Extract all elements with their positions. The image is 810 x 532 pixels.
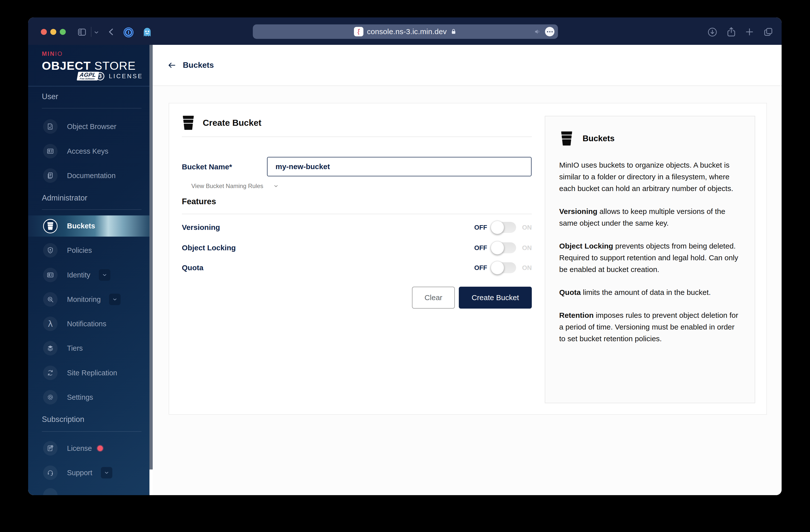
license-doc-icon	[43, 441, 58, 455]
sidebar-item-documentation[interactable]: Documentation	[28, 163, 149, 188]
view-naming-rules-toggle[interactable]: View Bucket Naming Rules	[191, 182, 279, 190]
bucket-icon	[560, 131, 573, 146]
lock-icon	[450, 28, 457, 35]
bucket-icon	[182, 116, 195, 130]
sidebar-item-identity[interactable]: Identity	[28, 263, 149, 287]
buckets-info-panel: Buckets MinIO uses buckets to organize o…	[545, 116, 755, 403]
zoom-window-button[interactable]	[60, 29, 66, 35]
support-expand-chevron-icon[interactable]	[101, 467, 112, 479]
object-browser-icon	[43, 119, 58, 134]
features-heading: Features	[182, 197, 216, 206]
license-alert-badge	[97, 446, 103, 451]
back-button[interactable]	[107, 27, 116, 36]
ghostery-extension-icon[interactable]	[142, 27, 153, 38]
info-paragraph: Versioning allows to keep multiple versi…	[559, 206, 742, 229]
main-content: Buckets Create Bucket Bucket Name* View …	[153, 45, 782, 495]
object-locking-toggle[interactable]	[491, 242, 516, 253]
minio-wordmark: MINIO	[42, 50, 136, 57]
notifications-lambda-icon: λ	[43, 317, 58, 331]
divider	[182, 136, 532, 137]
sidebar-item-object-browser[interactable]: Object Browser	[28, 114, 149, 139]
sidebar-scrollbar-thumb[interactable]	[149, 45, 153, 469]
support-headset-icon	[43, 466, 58, 480]
sidebar-item-access-keys[interactable]: Access Keys	[28, 139, 149, 163]
back-arrow-icon[interactable]	[167, 61, 176, 70]
page-settings-ellipsis-icon[interactable]	[545, 27, 554, 36]
share-icon[interactable]	[726, 27, 737, 37]
sidebar-item-site-replication[interactable]: Site Replication	[28, 361, 149, 385]
clear-button[interactable]: Clear	[412, 287, 455, 309]
versioning-row: Versioning OFF ON	[182, 220, 532, 235]
sidebar-item-settings[interactable]: Settings	[28, 385, 149, 409]
sidebar: MINIO OBJECT STORE AGPL Free Software 3 …	[28, 45, 149, 495]
site-favicon	[354, 27, 363, 36]
object-locking-on-label: ON	[522, 244, 532, 252]
info-panel-title: Buckets	[583, 134, 614, 143]
identity-icon	[43, 268, 58, 282]
naming-rules-chevron-icon	[273, 183, 279, 189]
divider	[182, 214, 532, 214]
info-paragraph: Object Locking prevents objects from bei…	[559, 240, 742, 275]
identity-expand-chevron-icon[interactable]	[99, 269, 110, 281]
license-word: LICENSE	[109, 73, 143, 80]
versioning-on-label: ON	[522, 224, 532, 231]
info-paragraph: Retention imposes rules to prevent objec…	[559, 309, 742, 344]
card-title: Create Bucket	[203, 118, 261, 128]
page-title[interactable]: Buckets	[183, 61, 214, 70]
sidebar-item-license[interactable]: License	[28, 436, 149, 461]
access-keys-icon	[43, 144, 58, 158]
create-bucket-button[interactable]: Create Bucket	[459, 287, 532, 309]
onepassword-extension-icon[interactable]	[123, 27, 134, 38]
quota-label: Quota	[182, 263, 204, 272]
toolbar-separator	[91, 27, 92, 37]
browser-toolbar: console.ns-3.ic.min.dev	[28, 17, 782, 45]
object-locking-off-label: OFF	[474, 244, 487, 252]
settings-gear-icon	[43, 390, 58, 404]
browser-window: console.ns-3.ic.min.dev	[28, 17, 782, 495]
section-label-subscription: Subscription	[42, 415, 84, 424]
sidebar-scrollbar-track[interactable]	[149, 45, 153, 495]
object-locking-row: Object Locking OFF ON	[182, 240, 532, 256]
bucket-name-input[interactable]	[267, 157, 532, 176]
new-tab-icon[interactable]	[745, 27, 755, 37]
section-divider	[42, 431, 142, 432]
page-header: Buckets	[153, 45, 782, 86]
sidebar-item-support[interactable]: Support	[28, 461, 149, 485]
sidebar-item-tiers[interactable]: Tiers	[28, 336, 149, 360]
url-text: console.ns-3.ic.min.dev	[367, 27, 447, 36]
policies-icon	[43, 243, 58, 258]
quota-row: Quota OFF ON	[182, 260, 532, 276]
sidebar-item-monitoring[interactable]: Monitoring	[28, 287, 149, 311]
documentation-icon	[43, 168, 58, 183]
sidebar-toggle-icon[interactable]	[77, 27, 87, 37]
create-bucket-card: Create Bucket Bucket Name* View Bucket N…	[168, 103, 767, 415]
close-window-button[interactable]	[41, 29, 47, 35]
section-label-user: User	[42, 92, 58, 101]
license-badge-row: AGPL Free Software 3 LICENSE	[78, 72, 143, 80]
quota-on-label: ON	[522, 264, 532, 272]
address-bar[interactable]: console.ns-3.ic.min.dev	[253, 25, 558, 39]
tiers-layers-icon	[43, 341, 58, 355]
sidebar-menu-chevron-icon[interactable]	[93, 29, 99, 35]
info-panel-body: MinIO uses buckets to organize objects. …	[559, 159, 742, 356]
monitoring-icon	[43, 292, 58, 307]
downloads-icon[interactable]	[707, 27, 717, 37]
cutoff-item-icon	[43, 488, 58, 495]
bucket-name-label: Bucket Name*	[182, 163, 232, 171]
tab-overview-icon[interactable]	[763, 27, 773, 37]
sidebar-item-buckets[interactable]: Buckets	[28, 215, 149, 237]
versioning-off-label: OFF	[474, 224, 487, 231]
quota-toggle[interactable]	[491, 262, 516, 273]
info-paragraph: MinIO uses buckets to organize objects. …	[559, 159, 742, 194]
versioning-label: Versioning	[182, 223, 220, 232]
monitoring-expand-chevron-icon[interactable]	[109, 294, 120, 305]
sidebar-item-notifications[interactable]: λ Notifications	[28, 311, 149, 336]
minimize-window-button[interactable]	[50, 29, 56, 35]
section-divider	[42, 209, 142, 210]
flamingo-favicon-icon	[355, 28, 362, 35]
versioning-toggle[interactable]	[491, 222, 516, 233]
buckets-icon	[43, 219, 58, 233]
mute-speaker-icon[interactable]	[534, 28, 541, 35]
info-panel-heading: Buckets	[560, 131, 614, 146]
sidebar-item-policies[interactable]: Policies	[28, 238, 149, 262]
